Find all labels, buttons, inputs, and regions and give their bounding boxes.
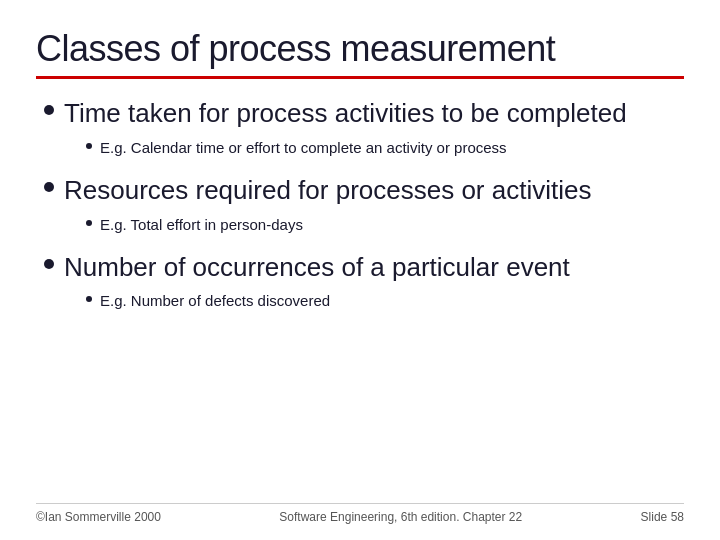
bullet-text-2: Resources required for processes or acti… (64, 174, 591, 208)
slide-title: Classes of process measurement (36, 28, 684, 70)
footer-left: ©Ian Sommerville 2000 (36, 510, 161, 524)
slide: Classes of process measurement Time take… (0, 0, 720, 540)
bullet-dot-3 (44, 259, 54, 269)
content-area: Time taken for process activities to be … (36, 97, 684, 495)
bullet-item-2: Resources required for processes or acti… (44, 174, 684, 235)
bullet-main-3: Number of occurrences of a particular ev… (44, 251, 684, 285)
sub-bullets-1: E.g. Calendar time or effort to complete… (86, 137, 684, 158)
sub-bullet-3-1: E.g. Number of defects discovered (86, 290, 684, 311)
sub-dot-1-1 (86, 143, 92, 149)
sub-text-2-1: E.g. Total effort in person-days (100, 214, 303, 235)
footer-center: Software Engineering, 6th edition. Chapt… (279, 510, 522, 524)
sub-text-1-1: E.g. Calendar time or effort to complete… (100, 137, 507, 158)
sub-dot-2-1 (86, 220, 92, 226)
bullet-text-1: Time taken for process activities to be … (64, 97, 627, 131)
bullet-text-3: Number of occurrences of a particular ev… (64, 251, 570, 285)
sub-text-3-1: E.g. Number of defects discovered (100, 290, 330, 311)
bullet-dot-1 (44, 105, 54, 115)
title-area: Classes of process measurement (36, 28, 684, 79)
bullet-main-2: Resources required for processes or acti… (44, 174, 684, 208)
footer: ©Ian Sommerville 2000 Software Engineeri… (36, 503, 684, 524)
sub-bullets-3: E.g. Number of defects discovered (86, 290, 684, 311)
sub-dot-3-1 (86, 296, 92, 302)
bullet-dot-2 (44, 182, 54, 192)
sub-bullet-1-1: E.g. Calendar time or effort to complete… (86, 137, 684, 158)
bullet-item-3: Number of occurrences of a particular ev… (44, 251, 684, 312)
sub-bullets-2: E.g. Total effort in person-days (86, 214, 684, 235)
footer-right: Slide 58 (641, 510, 684, 524)
bullet-item-1: Time taken for process activities to be … (44, 97, 684, 158)
sub-bullet-2-1: E.g. Total effort in person-days (86, 214, 684, 235)
bullet-main-1: Time taken for process activities to be … (44, 97, 684, 131)
